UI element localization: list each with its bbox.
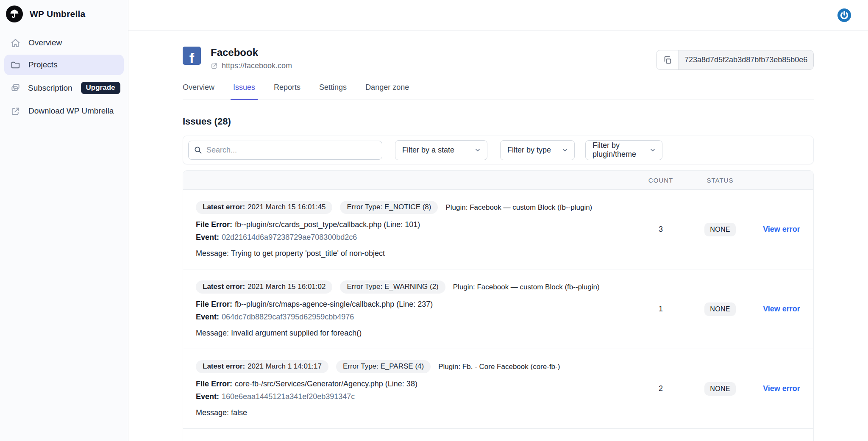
- plugin-label: Plugin: Facebook — custom Block (fb--plu…: [453, 283, 600, 291]
- status-column-header: STATUS: [690, 177, 750, 184]
- latest-error-badge: Latest error:2021 March 1 14:01:17: [196, 360, 328, 373]
- issue-row: Latest error:2021 March 15 16:01:45 Erro…: [183, 190, 813, 269]
- file-error-line: File Error:fb--plugin/src/maps-agence-si…: [196, 300, 631, 309]
- sidebar-item-label: Projects: [28, 60, 58, 69]
- main-area: f Facebook https://facebook.com: [128, 0, 868, 441]
- error-type-badge: Error Type: E_PARSE (4): [336, 360, 431, 373]
- count-column-header: COUNT: [631, 177, 690, 184]
- tab-danger-zone[interactable]: Danger zone: [365, 83, 409, 100]
- sidebar-nav: Overview Projects Subscription Upgrade: [0, 33, 128, 121]
- issues-title: Issues (28): [183, 116, 814, 127]
- project-identity: f Facebook https://facebook.com: [183, 47, 292, 70]
- filter-bar: Filter by a state Filter by type Filter …: [183, 136, 814, 164]
- issue-row: Latest error:2021 March 1 14:01:17 Error…: [183, 349, 813, 429]
- filter-type-label: Filter by type: [507, 146, 551, 155]
- project-url-link[interactable]: https://facebook.com: [211, 61, 292, 70]
- error-type-badge: Error Type: E_NOTICE (8): [340, 201, 438, 214]
- billing-cards-icon: [11, 83, 20, 93]
- filter-plugin-label: Filter by plugin/theme: [593, 141, 645, 159]
- plugin-label: Plugin: Facebook — custom Block (fb--plu…: [445, 203, 592, 212]
- project-url-text: https://facebook.com: [222, 61, 292, 70]
- message-line: Message: Invalid argument supplied for f…: [196, 329, 631, 338]
- table-header: COUNT STATUS: [183, 171, 813, 190]
- status-badge: NONE: [704, 223, 735, 236]
- filter-plugin-select[interactable]: Filter by plugin/theme: [585, 140, 662, 160]
- latest-error-badge: Latest error:2021 March 15 16:01:02: [196, 280, 332, 294]
- project-tabs: Overview Issues Reports Settings Danger …: [183, 83, 814, 100]
- sidebar-item-projects[interactable]: Projects: [4, 55, 124, 75]
- project-header: f Facebook https://facebook.com: [183, 31, 814, 70]
- tab-overview[interactable]: Overview: [183, 83, 214, 100]
- facebook-project-icon: f: [183, 47, 201, 65]
- message-line: Message: Trying to get property 'post_ti…: [196, 249, 631, 258]
- external-link-icon: [11, 106, 21, 116]
- event-line: Event:160e6eaa1445121a341ef20eb391347c: [196, 392, 631, 401]
- plugin-label: Plugin: Fb. - Core Facebook (core-fb-): [438, 363, 560, 371]
- copy-api-key-button[interactable]: [657, 50, 679, 69]
- event-line: Event:064dc7db8829caf3795d62959cbb4976: [196, 313, 631, 322]
- topbar: [128, 0, 868, 31]
- logout-power-button[interactable]: [837, 8, 851, 22]
- status-badge: NONE: [704, 302, 735, 316]
- latest-error-badge: Latest error:2021 March 15 16:01:45: [196, 201, 332, 214]
- error-count: 3: [659, 225, 663, 233]
- chevron-down-icon: [649, 147, 656, 153]
- error-type-badge: Error Type: E_WARNING (2): [340, 280, 445, 294]
- api-key-value[interactable]: 723a8d7d5f2ab3d87bfb73eb85b0e6: [679, 50, 813, 69]
- sidebar-item-overview[interactable]: Overview: [4, 33, 124, 53]
- view-error-link[interactable]: View error: [763, 225, 800, 233]
- error-count: 1: [659, 305, 663, 313]
- search-icon: [194, 146, 202, 154]
- folder-icon: [11, 60, 21, 70]
- event-line: Event:02d21614d6a97238729ae708300bd2c6: [196, 233, 631, 242]
- issue-row: Latest error:2021 March 15 16:01:02 Erro…: [183, 269, 813, 349]
- filter-type-select[interactable]: Filter by type: [500, 140, 575, 160]
- sidebar-item-label: Download WP Umbrella: [28, 106, 114, 116]
- sidebar: WP Umbrella Overview Projects: [0, 0, 128, 441]
- view-error-link[interactable]: View error: [763, 305, 800, 313]
- search-input[interactable]: [188, 141, 382, 160]
- external-link-icon: [211, 62, 218, 69]
- issues-table: COUNT STATUS Latest error:2021 March 15 …: [183, 170, 814, 441]
- chevron-down-icon: [474, 147, 481, 153]
- brand-name: WP Umbrella: [30, 9, 85, 19]
- view-error-link[interactable]: View error: [763, 384, 800, 393]
- tab-issues[interactable]: Issues: [233, 83, 255, 100]
- api-key-box: 723a8d7d5f2ab3d87bfb73eb85b0e6: [656, 50, 814, 70]
- wp-umbrella-logo-icon: [6, 6, 23, 22]
- tab-settings[interactable]: Settings: [319, 83, 347, 100]
- upgrade-badge[interactable]: Upgrade: [81, 82, 120, 94]
- sidebar-item-label: Overview: [28, 38, 62, 47]
- project-name: Facebook: [211, 47, 292, 58]
- filter-state-label: Filter by a state: [402, 146, 454, 155]
- message-line: Message: false: [196, 408, 631, 417]
- issue-row: Latest error:2021 March 15 16:01:06 Erro…: [183, 429, 813, 441]
- status-badge: NONE: [704, 382, 735, 396]
- file-error-line: File Error:fb--plugin/src/cards_post_typ…: [196, 220, 631, 229]
- tab-reports[interactable]: Reports: [274, 83, 300, 100]
- chevron-down-icon: [562, 147, 568, 153]
- error-count: 2: [659, 384, 663, 393]
- home-icon: [11, 38, 21, 48]
- file-error-line: File Error:core-fb-/src/Services/Generat…: [196, 380, 631, 388]
- sidebar-item-subscription[interactable]: Subscription Upgrade: [4, 77, 124, 99]
- brand: WP Umbrella: [0, 0, 128, 27]
- filter-state-select[interactable]: Filter by a state: [395, 140, 487, 160]
- sidebar-item-label: Subscription: [28, 83, 72, 93]
- sidebar-item-download[interactable]: Download WP Umbrella: [4, 101, 124, 121]
